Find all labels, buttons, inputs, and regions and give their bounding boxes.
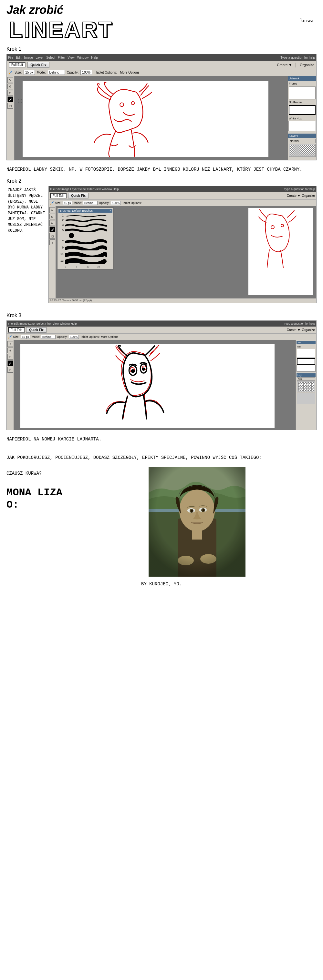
krok1-screenshot: File Edit Image Layer Select Filter View…	[6, 54, 317, 161]
brush-row-5[interactable]: 7	[58, 239, 112, 244]
tool-lasso[interactable]: ⊙	[8, 84, 13, 89]
k2-tool-3[interactable]: ✂	[50, 220, 55, 226]
brush-row-7[interactable]: 11	[58, 251, 112, 257]
k3-organize[interactable]: Organize	[302, 328, 315, 332]
k2-brush-tool[interactable]: 🖌	[50, 226, 55, 232]
krok1-text: NAPIERDOL ŁADNY SZKIC. NP. W FOTOSZOPIE.…	[0, 164, 323, 175]
k2-canvas: Brushes: Default Brushes × 1 2	[56, 206, 316, 298]
brush-row-4[interactable]: 5	[58, 228, 112, 232]
size-value[interactable]: 15 px	[24, 70, 35, 75]
brush-row-1[interactable]: 1	[58, 214, 112, 218]
k3-create[interactable]: Create ▼	[287, 328, 301, 332]
k2-mode-val[interactable]: Behind	[83, 201, 98, 205]
layers-panel-title: Layers	[288, 134, 316, 138]
artwork-thumb	[289, 86, 315, 99]
k3-tool-2[interactable]: ⊙	[8, 348, 13, 353]
k3-brush-tool[interactable]: 🖌	[8, 360, 13, 366]
k2-opacity-label: Opacity:	[99, 201, 109, 205]
krok2-canvas-area: ↖ ⊙ ✂ 🖌 ◻ T Brushes: Default Brushes ×	[49, 206, 316, 298]
k3-frame-label: Fro	[296, 345, 315, 348]
tool-eraser[interactable]: ◻	[8, 103, 13, 109]
k3-size[interactable]: 15 px	[21, 335, 30, 339]
k3-mode[interactable]: Behind	[41, 335, 56, 339]
krok2-topbar: File Edit Image Layer Select Filter View…	[49, 186, 316, 192]
no-frame-thumb	[289, 105, 315, 115]
canvas-area: ↖ ⊙ ✂ 🖌 ◻	[7, 76, 316, 160]
brushes-panel-title: Brushes: Default Brushes ×	[58, 209, 112, 213]
brush-row-6[interactable]: 9	[58, 245, 112, 250]
layer-thumb	[289, 144, 315, 157]
k3-full-edit[interactable]: Full Edit	[8, 327, 25, 332]
canvas-inner	[22, 81, 269, 157]
size-label: Size:	[14, 71, 22, 74]
final-text: JAK POKOLORUJESZ, POCIENIUJESZ, DODASZ S…	[0, 452, 323, 464]
more-options[interactable]: More Options	[120, 71, 139, 74]
brush-row-3[interactable]: 3	[58, 223, 112, 227]
k3-opacity[interactable]: 100%	[69, 335, 79, 339]
krok3-screenshot: File Edit Image Layer Select Filter View…	[6, 320, 317, 430]
k3-art-panel: Art	[296, 341, 315, 344]
menu-help: Help	[91, 56, 98, 59]
brush-row-8[interactable]: 13	[58, 258, 112, 264]
k2-quick-fix[interactable]: Quick Fix	[68, 193, 88, 199]
k2-size-label: Size:	[55, 201, 61, 205]
k3-tool-3[interactable]: ✂	[8, 354, 13, 360]
k2-size-val[interactable]: 15 px	[63, 201, 72, 205]
brush-numbers-row: 1 5 13 33	[58, 265, 112, 268]
create-btn[interactable]: Create ▼	[277, 63, 292, 67]
page-header: Jak zrobić LINEART kurwa	[0, 0, 323, 44]
no-frame-label: No Frome	[288, 100, 316, 105]
mona-liza-line1: MONA LIZA	[6, 487, 78, 499]
tool-brush[interactable]: 🖌	[8, 97, 13, 102]
krok1-label: Krok 1	[0, 44, 323, 54]
k2-sketch	[248, 208, 313, 295]
tool-crop[interactable]: ✂	[8, 90, 13, 96]
brush-row-circle[interactable]	[58, 233, 112, 238]
organize-btn[interactable]: Organize	[300, 63, 314, 67]
k2-tool-1[interactable]: ↖	[50, 207, 55, 213]
k2-mode-label: Mode:	[74, 201, 82, 205]
k2-tool-5[interactable]: ◻	[50, 233, 55, 239]
mona-liza-line2: O:	[6, 499, 78, 511]
k2-tool-6[interactable]: T	[50, 239, 55, 245]
k3-canvas-inner	[20, 344, 275, 428]
svg-point-0	[120, 103, 124, 107]
canvas-circle-indicator	[18, 99, 22, 103]
k3-canvas	[14, 340, 296, 430]
mona-img-container	[78, 467, 317, 577]
full-edit-btn[interactable]: Full Edit	[9, 62, 26, 67]
sketch-drawing-1	[22, 81, 269, 157]
k3-right-panel: Art Fro Lay Nor	[296, 340, 316, 430]
krok3-text: NAPIERDOL NA NOWEJ KARCIE LAJNARTA.	[0, 433, 323, 445]
k2-organize[interactable]: Organize	[302, 194, 315, 197]
brushes-panel: Brushes: Default Brushes × 1 2	[57, 207, 114, 269]
k2-tool-2[interactable]: ⊙	[50, 214, 55, 220]
white-thumb	[289, 121, 315, 131]
k2-opacity-val[interactable]: 100%	[111, 201, 121, 205]
mode-label: Mode:	[37, 71, 46, 74]
svg-point-10	[143, 368, 145, 370]
krok3-label: Krok 3	[6, 313, 21, 318]
k3-tool-1[interactable]: ↖	[8, 341, 13, 347]
mona-liza-text: MONA LIZA O:	[6, 487, 78, 511]
tool-select[interactable]: ↖	[8, 77, 13, 83]
mode-value[interactable]: Behind	[48, 70, 65, 75]
status-bar: 66.7% 27.09 cm × 36.52 cm (72 ppi)	[7, 160, 316, 161]
k3-quick-fix[interactable]: Quick Fix	[26, 327, 46, 332]
k2-create[interactable]: Create ▼	[287, 194, 301, 197]
header-kurwa: kurwa	[301, 18, 313, 24]
brush-row-2[interactable]: 2	[58, 218, 112, 222]
pse-toolbar: Full Edit Quick Fix Create ▼ | Organize	[7, 60, 316, 69]
k2-full-edit[interactable]: Full Edit	[50, 193, 67, 199]
svg-point-1	[131, 102, 134, 105]
quick-fix-btn[interactable]: Quick Fix	[27, 62, 50, 68]
opacity-value[interactable]: 100%	[80, 70, 92, 75]
k2-canvas-inner	[248, 208, 313, 295]
czausz-text: CZAUSZ KURWA?	[6, 470, 78, 477]
k3-canvas-area: ↖ ⊙ ✂ 🖌 ◻	[7, 340, 316, 430]
k3-tool-5[interactable]: ◻	[8, 367, 13, 373]
brush-list: 1 2 3 5	[58, 214, 112, 268]
k3-normal[interactable]: Nor	[297, 377, 315, 381]
menu-window: Window	[77, 56, 89, 59]
normal-dropdown[interactable]: Normal	[289, 139, 315, 143]
